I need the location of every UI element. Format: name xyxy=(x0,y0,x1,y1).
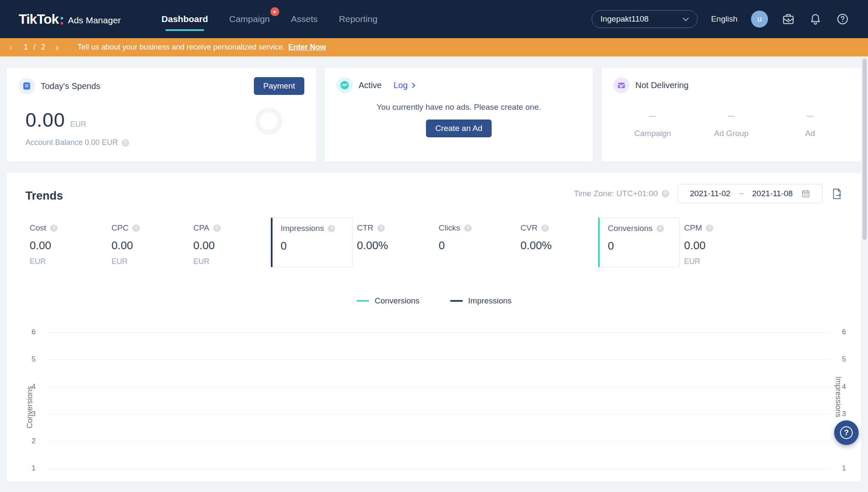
ads-manager-label: Ads Manager xyxy=(68,15,121,25)
briefcase-icon[interactable] xyxy=(782,12,795,26)
floating-help-button[interactable]: ? xyxy=(834,420,859,445)
payment-button[interactable]: Payment xyxy=(254,77,304,95)
metric-cpm-label: CPM xyxy=(684,223,702,233)
metric-impressions-selected[interactable]: Impressions? 0 xyxy=(271,217,353,267)
metric-conversions-label: Conversions xyxy=(608,224,653,233)
metric-help-icon[interactable]: ? xyxy=(132,225,140,232)
todays-spends-card: Today's Spends Payment 0.00 EUR Account … xyxy=(7,68,316,162)
legend-impressions[interactable]: Impressions xyxy=(450,296,512,306)
metric-help-icon[interactable]: ? xyxy=(328,225,335,232)
nd-adgroup-stat: Ad Group xyxy=(692,111,771,138)
nd-campaign-stat: Campaign xyxy=(613,111,692,138)
tab-reporting[interactable]: Reporting xyxy=(339,14,378,24)
calendar-icon xyxy=(801,189,810,198)
log-link[interactable]: Log xyxy=(393,81,414,90)
metric-cpc-label: CPC xyxy=(111,223,128,233)
create-ad-button[interactable]: Create an Ad xyxy=(426,120,492,137)
y-tick-left: 2 xyxy=(19,437,36,445)
tab-dashboard[interactable]: Dashboard xyxy=(161,14,208,24)
spend-donut-placeholder xyxy=(255,108,282,135)
metric-ctr-value: 0.00% xyxy=(357,239,434,252)
metric-help-icon[interactable]: ? xyxy=(464,225,472,232)
help-icon[interactable] xyxy=(836,12,849,26)
banner-page-separator: / xyxy=(33,43,36,52)
timezone-label: Time Zone: UTC+01:00 xyxy=(574,189,658,198)
metric-cpa-label: CPA xyxy=(193,223,209,233)
metric-conversions-value: 0 xyxy=(608,239,679,253)
timezone-help-icon[interactable]: ? xyxy=(662,190,669,197)
banner-next-icon[interactable]: › xyxy=(56,42,59,53)
chart-legend: Conversions Impressions xyxy=(25,296,843,306)
nd-campaign-label: Campaign xyxy=(613,129,692,138)
y-tick-right: 1 xyxy=(842,464,846,473)
metric-cost-unit: EUR xyxy=(30,257,107,266)
page-scrollbar[interactable] xyxy=(862,58,867,240)
tiktok-colon-icon xyxy=(61,17,63,25)
metric-help-icon[interactable]: ? xyxy=(377,225,385,232)
metric-cost-label: Cost xyxy=(30,223,46,233)
metric-clicks-value: 0 xyxy=(439,239,516,252)
metrics-row: Cost? 0.00 EUR CPC? 0.00 EUR CPA? 0.00 E… xyxy=(25,217,843,267)
notifications-bell-icon[interactable] xyxy=(809,12,822,26)
empty-value-dash xyxy=(728,116,735,117)
metric-cpa[interactable]: CPA? 0.00 EUR xyxy=(189,217,271,267)
banner-page-current: 1 xyxy=(24,43,28,52)
metric-clicks[interactable]: Clicks? 0 xyxy=(434,217,516,267)
summary-cards-row: Today's Spends Payment 0.00 EUR Account … xyxy=(0,56,868,162)
y-tick-left: 5 xyxy=(19,355,36,364)
export-report-icon[interactable] xyxy=(831,188,843,200)
account-dropdown[interactable]: Ingepakt1108 xyxy=(592,10,698,28)
y-axis-title-right: Impressions xyxy=(834,376,843,417)
y-tick-right: 6 xyxy=(842,328,846,336)
avatar[interactable]: u xyxy=(751,11,768,28)
date-range-picker[interactable]: 2021-11-02 ~ 2021-11-08 xyxy=(678,184,823,203)
enter-now-link[interactable]: Enter Now xyxy=(288,43,326,52)
not-delivering-card: Not Delivering Campaign Ad Group Ad xyxy=(601,68,861,162)
metric-cvr-label: CVR xyxy=(520,223,537,233)
legend-conversions-label: Conversions xyxy=(375,296,420,306)
active-pulse-icon xyxy=(337,77,353,93)
date-start: 2021-11-02 xyxy=(690,189,731,198)
metric-cpm-value: 0.00 xyxy=(684,239,762,252)
metric-cpm[interactable]: CPM? 0.00 EUR xyxy=(680,217,762,267)
spends-title: Today's Spends xyxy=(41,81,100,91)
log-link-label: Log xyxy=(393,81,407,90)
chevron-down-icon xyxy=(683,15,689,21)
date-end: 2021-11-08 xyxy=(752,189,793,198)
legend-conversions[interactable]: Conversions xyxy=(356,296,420,306)
banner-page-total: 2 xyxy=(41,43,45,52)
metric-help-icon[interactable]: ? xyxy=(50,225,58,232)
metric-help-icon[interactable]: ? xyxy=(213,225,221,232)
tab-campaign[interactable]: Campaign + xyxy=(229,14,270,24)
date-separator: ~ xyxy=(739,189,743,198)
metric-conversions-selected[interactable]: Conversions? 0 xyxy=(598,217,680,267)
metric-help-icon[interactable]: ? xyxy=(657,225,664,232)
metric-ctr-label: CTR xyxy=(357,223,373,233)
empty-value-dash xyxy=(807,116,814,117)
y-tick-left: 6 xyxy=(19,328,36,336)
active-title: Active xyxy=(359,81,381,90)
tiktok-logo-text: TikTok xyxy=(19,11,58,27)
trends-card: Trends Time Zone: UTC+01:00 ? 2021-11-02… xyxy=(7,173,861,482)
banner-message: Tell us about your business and receive … xyxy=(78,43,285,52)
y-tick-right: 5 xyxy=(842,355,846,364)
metric-cvr[interactable]: CVR? 0.00% xyxy=(516,217,598,267)
language-selector[interactable]: English xyxy=(711,14,737,24)
navbar-right: Ingepakt1108 English u xyxy=(592,10,849,28)
spends-receipt-icon xyxy=(19,78,35,94)
tab-assets[interactable]: Assets xyxy=(291,14,318,24)
metric-help-icon[interactable]: ? xyxy=(541,225,549,232)
metric-impressions-label: Impressions xyxy=(281,224,324,233)
metric-help-icon[interactable]: ? xyxy=(706,225,713,232)
tiktok-logo[interactable]: TikTok Ads Manager xyxy=(19,11,121,27)
campaign-plus-badge: + xyxy=(270,7,279,16)
banner-prev-icon[interactable]: ‹ xyxy=(9,42,13,53)
question-mark-icon: ? xyxy=(840,426,853,439)
metric-impressions-value: 0 xyxy=(281,239,352,253)
balance-help-icon[interactable]: ? xyxy=(122,139,129,147)
metric-cpa-unit: EUR xyxy=(193,257,271,266)
promo-banner: ‹ 1 / 2 › Tell us about your business an… xyxy=(0,38,868,56)
metric-cpc[interactable]: CPC? 0.00 EUR xyxy=(107,217,189,267)
metric-cost[interactable]: Cost? 0.00 EUR xyxy=(25,217,107,267)
metric-ctr[interactable]: CTR? 0.00% xyxy=(353,217,434,267)
